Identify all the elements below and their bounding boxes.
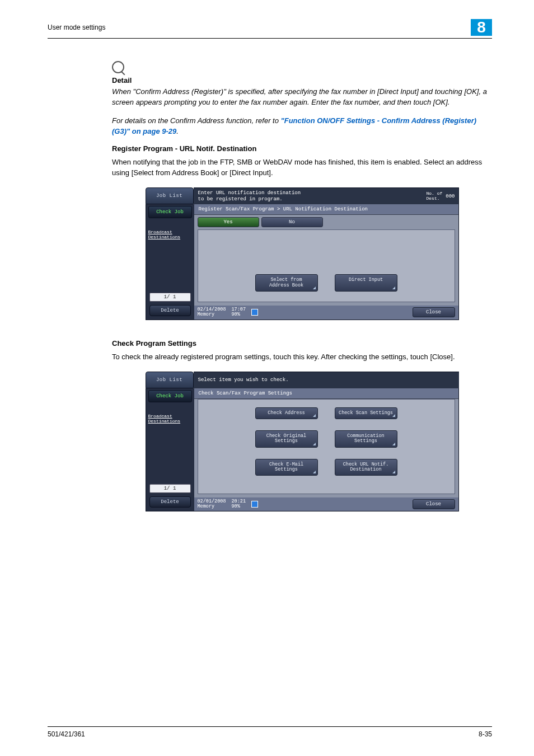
broadcast-destinations-label-2: Broadcast Destinations <box>148 412 192 425</box>
dest-label: No. of Dest. <box>427 191 443 201</box>
delete-button-2[interactable]: Delete <box>149 496 191 508</box>
dest-count-box: No. of Dest. 000 <box>423 187 459 204</box>
section1-heading: Register Program - URL Notif. Destinatio… <box>112 144 492 153</box>
check-job-button-2[interactable]: Check Job <box>148 390 192 402</box>
chapter-badge: 8 <box>471 19 492 36</box>
pager-indicator: 1/ 1 <box>149 293 191 302</box>
no-button[interactable]: No <box>261 217 323 227</box>
detail-p2-suffix: . <box>176 127 179 135</box>
panel2-status-bar: 02/01/2008 Memory 20:21 90% Close <box>194 497 458 511</box>
panel1-message: Enter URL notification destination to be… <box>194 187 423 204</box>
direct-input-button[interactable]: Direct Input <box>335 274 397 292</box>
check-scan-settings-button[interactable]: Check Scan Settings <box>335 407 397 419</box>
panel2-breadcrumb: Check Scan/Fax Program Settings <box>194 388 458 399</box>
panel2-button-grid: Check Address Check Scan Settings Check … <box>198 399 455 494</box>
section2-body: To check the already registered program … <box>112 352 492 363</box>
page-footer: 501/421/361 8-35 <box>48 726 492 738</box>
panel1-breadcrumb: Register Scan/Fax Program > URL Notifica… <box>194 204 458 215</box>
check-job-button[interactable]: Check Job <box>148 206 192 218</box>
page-header: User mode settings 8 <box>48 20 492 39</box>
detail-paragraph-1: When "Confirm Address (Register)" is spe… <box>112 87 492 108</box>
panel1-status-bar: 02/14/2008 Memory 17:07 90% Close <box>194 306 458 320</box>
url-notification-panel: Job List Enter URL notification destinat… <box>146 187 459 320</box>
panel2-memory-label: Memory <box>198 504 226 509</box>
check-original-settings-button[interactable]: Check Original Settings <box>255 430 318 448</box>
pager-indicator-2: 1/ 1 <box>149 484 191 493</box>
panel2-memory-value: 90% <box>232 504 246 509</box>
panel1-content-area: Select from Address Book Direct Input <box>198 229 455 302</box>
job-list-tab[interactable]: Job List <box>146 187 194 204</box>
panel1-close-button[interactable]: Close <box>413 307 455 317</box>
panel2-close-button[interactable]: Close <box>413 499 455 509</box>
detail-paragraph-2: For details on the Confirm Address funct… <box>112 116 492 137</box>
panel1-memory-label: Memory <box>198 312 226 317</box>
status-icon-2 <box>251 501 258 508</box>
panel1-memory-value: 90% <box>232 312 246 317</box>
check-url-notif-button[interactable]: Check URL Notif. Destination <box>335 459 397 476</box>
check-address-button[interactable]: Check Address <box>255 407 318 419</box>
footer-model: 501/421/361 <box>48 730 85 738</box>
footer-page-number: 8-35 <box>479 730 492 738</box>
panel2-message: Select item you wish to check. <box>194 372 459 388</box>
yes-button[interactable]: Yes <box>198 217 259 227</box>
section2-heading: Check Program Settings <box>112 339 492 348</box>
communication-settings-button[interactable]: Communication Settings <box>335 430 397 448</box>
check-program-settings-panel: Job List Select item you wish to check. … <box>146 372 459 512</box>
header-section-title: User mode settings <box>48 20 105 31</box>
check-email-settings-button[interactable]: Check E-Mail Settings <box>255 459 318 476</box>
status-icon <box>251 309 258 316</box>
section1-body: When notifying that the job in the FTP, … <box>112 157 492 179</box>
delete-button[interactable]: Delete <box>149 305 191 316</box>
detail-icon <box>112 61 124 73</box>
job-list-tab-2[interactable]: Job List <box>146 372 194 388</box>
select-from-address-book-button[interactable]: Select from Address Book <box>255 274 318 292</box>
dest-count: 000 <box>446 194 455 199</box>
detail-heading: Detail <box>112 76 492 84</box>
detail-p2-prefix: For details on the Confirm Address funct… <box>112 116 281 125</box>
broadcast-destinations-label: Broadcast Destinations <box>148 228 192 241</box>
